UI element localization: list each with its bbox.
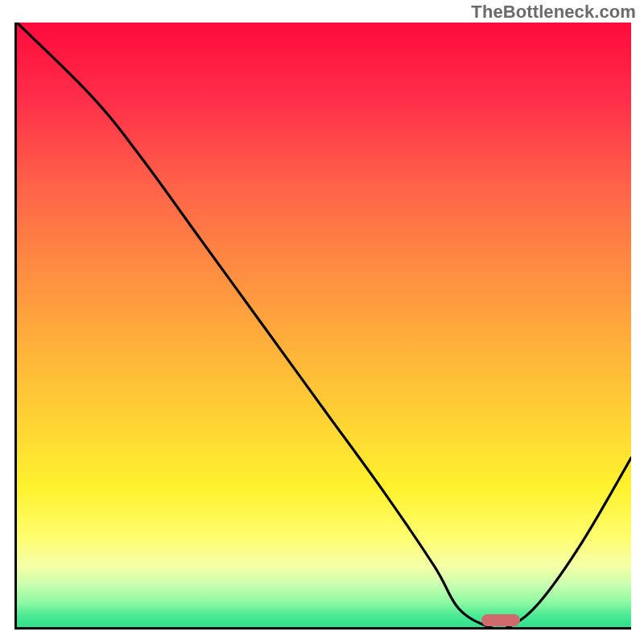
bottleneck-curve xyxy=(17,23,631,627)
optimal-zone-marker xyxy=(481,614,520,626)
plot-area xyxy=(14,23,631,630)
watermark-text: TheBottleneck.com xyxy=(471,2,636,23)
chart-container: TheBottleneck.com xyxy=(0,0,644,644)
